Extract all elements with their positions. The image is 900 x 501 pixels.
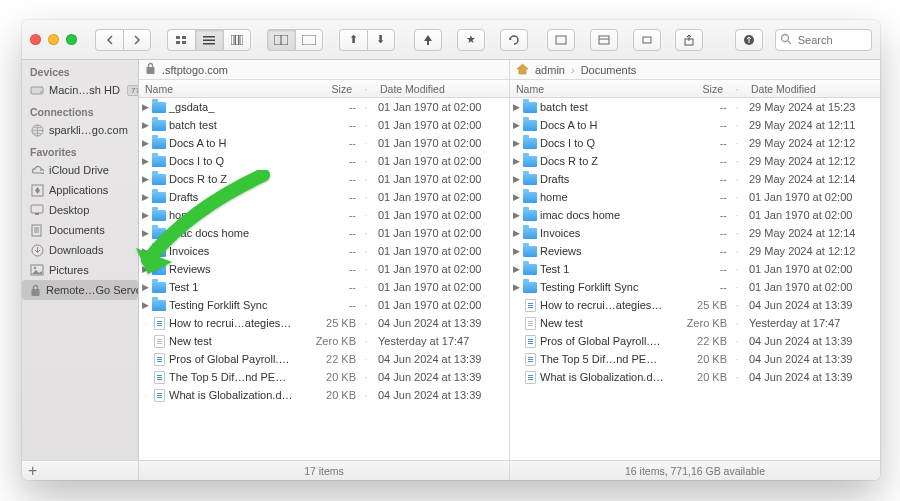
list-item[interactable]: What is Globalization.docx20 KB·04 Jun 2… [510, 368, 880, 386]
list-item[interactable]: ▶Testing Forklift Sync--·01 Jan 1970 at … [510, 278, 880, 296]
disclosure-triangle[interactable]: ▶ [510, 282, 522, 292]
sync-button[interactable] [500, 29, 528, 51]
col-date[interactable]: Date Modified [374, 80, 509, 97]
list-item[interactable]: ▶_gsdata_--·01 Jan 1970 at 02:00 [139, 98, 509, 116]
list-item[interactable]: Pros of Global Payroll.docx22 KB·04 Jun … [510, 332, 880, 350]
column-headers[interactable]: NameSize·Date Modified [510, 80, 880, 98]
path-bar[interactable]: admin›Documents [510, 60, 880, 80]
breadcrumb[interactable]: admin [535, 64, 565, 76]
tool-1-button[interactable] [547, 29, 575, 51]
list-item[interactable]: ▶Test 1--·01 Jan 1970 at 02:00 [139, 278, 509, 296]
col-name[interactable]: Name [510, 80, 665, 97]
list-item[interactable]: New testZero KB·Yesterday at 17:47 [139, 332, 509, 350]
column-headers[interactable]: NameSize·Date Modified [139, 80, 509, 98]
list-item[interactable]: ▶Docs R to Z--·01 Jan 1970 at 02:00 [139, 170, 509, 188]
action-button[interactable] [414, 29, 442, 51]
sidebar-item-desktop[interactable]: Desktop [22, 200, 138, 220]
favorite-button[interactable]: ★ [457, 29, 485, 51]
sort-asc-button[interactable]: ⬆ [339, 29, 367, 51]
list-item[interactable]: ▶Reviews--·29 May 2024 at 12:12 [510, 242, 880, 260]
col-size[interactable]: Size [665, 80, 729, 97]
list-item[interactable]: ▶Docs I to Q--·01 Jan 1970 at 02:00 [139, 152, 509, 170]
list-item[interactable]: Pros of Global Payroll.docx22 KB·04 Jun … [139, 350, 509, 368]
list-item[interactable]: ▶Docs I to Q--·29 May 2024 at 12:12 [510, 134, 880, 152]
list-item[interactable]: The Top 5 Dif…nd PEO.docx20 KB·04 Jun 20… [139, 368, 509, 386]
disclosure-triangle[interactable]: ▶ [510, 156, 522, 166]
disclosure-triangle[interactable]: ▶ [139, 210, 151, 220]
disclosure-triangle[interactable]: ▶ [139, 228, 151, 238]
breadcrumb[interactable]: Documents [581, 64, 637, 76]
list-item[interactable]: How to recrui…ategies..docx25 KB·04 Jun … [510, 296, 880, 314]
col-date[interactable]: Date Modified [745, 80, 880, 97]
disclosure-triangle[interactable]: ▶ [510, 138, 522, 148]
icon-view-button[interactable] [167, 29, 195, 51]
disclosure-triangle[interactable]: ▶ [510, 102, 522, 112]
disclosure-triangle[interactable]: ▶ [139, 102, 151, 112]
disclosure-triangle[interactable]: ▶ [510, 120, 522, 130]
list-item[interactable]: ▶Docs A to H--·01 Jan 1970 at 02:00 [139, 134, 509, 152]
sidebar-item-sparkli[interactable]: sparkli…go.com [22, 120, 138, 140]
disclosure-triangle[interactable]: ▶ [510, 246, 522, 256]
disclosure-triangle[interactable]: ▶ [139, 156, 151, 166]
col-size[interactable]: Size [294, 80, 358, 97]
search-field[interactable] [775, 29, 872, 51]
list-item[interactable]: ▶imac docs home--·01 Jan 1970 at 02:00 [510, 206, 880, 224]
sidebar-item-documents[interactable]: Documents [22, 220, 138, 240]
sidebar-item-apps[interactable]: Applications [22, 180, 138, 200]
disclosure-triangle[interactable]: ▶ [139, 264, 151, 274]
sidebar-item-pictures[interactable]: Pictures [22, 260, 138, 280]
list-item[interactable]: ▶imac docs home--·01 Jan 1970 at 02:00 [139, 224, 509, 242]
disclosure-triangle[interactable]: ▶ [139, 192, 151, 202]
tool-2-button[interactable] [590, 29, 618, 51]
list-item[interactable]: ▶Drafts--·29 May 2024 at 12:14 [510, 170, 880, 188]
sidebar-item-downloads[interactable]: Downloads [22, 240, 138, 260]
back-button[interactable] [95, 29, 123, 51]
disclosure-triangle[interactable]: ▶ [139, 138, 151, 148]
col-name[interactable]: Name [139, 80, 294, 97]
list-item[interactable]: ▶Invoices--·29 May 2024 at 12:14 [510, 224, 880, 242]
disclosure-triangle[interactable]: ▶ [510, 210, 522, 220]
close-window-button[interactable] [30, 34, 41, 45]
list-view-button[interactable] [195, 29, 223, 51]
list-item[interactable]: ▶Reviews--·01 Jan 1970 at 02:00 [139, 260, 509, 278]
list-item[interactable]: How to recrui…ategies..docx25 KB·04 Jun … [139, 314, 509, 332]
list-item[interactable]: ▶home--·01 Jan 1970 at 02:00 [510, 188, 880, 206]
disclosure-triangle[interactable]: ▶ [510, 192, 522, 202]
list-item[interactable]: ▶batch test--·01 Jan 1970 at 02:00 [139, 116, 509, 134]
list-item[interactable]: ▶Invoices--·01 Jan 1970 at 02:00 [139, 242, 509, 260]
list-item[interactable]: ▶home--·01 Jan 1970 at 02:00 [139, 206, 509, 224]
single-pane-button[interactable] [295, 29, 323, 51]
disclosure-triangle[interactable]: ▶ [510, 228, 522, 238]
dual-pane-button[interactable] [267, 29, 295, 51]
list-item[interactable]: ▶batch test--·29 May 2024 at 15:23 [510, 98, 880, 116]
share-button[interactable] [675, 29, 703, 51]
sidebar-item-icloud[interactable]: iCloud Drive [22, 160, 138, 180]
list-item[interactable]: ▶Drafts--·01 Jan 1970 at 02:00 [139, 188, 509, 206]
list-item[interactable]: What is Globalization.docx20 KB·04 Jun 2… [139, 386, 509, 404]
minimize-window-button[interactable] [48, 34, 59, 45]
file-list[interactable]: ▶_gsdata_--·01 Jan 1970 at 02:00▶batch t… [139, 98, 509, 460]
list-item[interactable]: ▶Testing Forklift Sync--·01 Jan 1970 at … [139, 296, 509, 314]
activity-button[interactable] [735, 29, 763, 51]
list-item[interactable]: ▶Docs R to Z--·29 May 2024 at 12:12 [510, 152, 880, 170]
breadcrumb[interactable]: .sftptogo.com [162, 64, 228, 76]
zoom-window-button[interactable] [66, 34, 77, 45]
path-bar[interactable]: .sftptogo.com [139, 60, 509, 80]
tool-3-button[interactable] [633, 29, 661, 51]
status-add-favorite[interactable]: + [22, 461, 139, 480]
sort-desc-button[interactable]: ⬇ [367, 29, 395, 51]
disclosure-triangle[interactable]: ▶ [139, 174, 151, 184]
list-item[interactable]: New testZero KB·Yesterday at 17:47 [510, 314, 880, 332]
sidebar-item-hd[interactable]: Macin…sh HD771 GB [22, 80, 138, 100]
disclosure-triangle[interactable]: ▶ [510, 174, 522, 184]
list-item[interactable]: ▶Test 1--·01 Jan 1970 at 02:00 [510, 260, 880, 278]
list-item[interactable]: The Top 5 Dif…nd PEO.docx20 KB·04 Jun 20… [510, 350, 880, 368]
disclosure-triangle[interactable]: ▶ [139, 282, 151, 292]
disclosure-triangle[interactable]: ▶ [510, 264, 522, 274]
disclosure-triangle[interactable]: ▶ [139, 120, 151, 130]
sidebar-item-remote[interactable]: Remote…Go Server [22, 280, 138, 300]
column-view-button[interactable] [223, 29, 251, 51]
file-list[interactable]: ▶batch test--·29 May 2024 at 15:23▶Docs … [510, 98, 880, 460]
list-item[interactable]: ▶Docs A to H--·29 May 2024 at 12:11 [510, 116, 880, 134]
disclosure-triangle[interactable]: ▶ [139, 300, 151, 310]
